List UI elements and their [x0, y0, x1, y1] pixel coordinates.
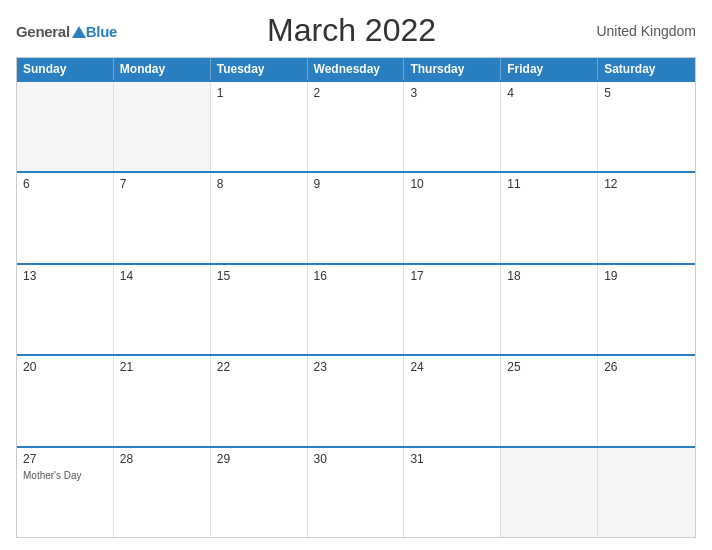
- calendar-cell-5-6: [501, 448, 598, 537]
- calendar-cell-4-2: 21: [114, 356, 211, 445]
- weekday-monday: Monday: [114, 58, 211, 80]
- day-number: 19: [604, 269, 689, 283]
- weekday-friday: Friday: [501, 58, 598, 80]
- logo: General Blue: [16, 22, 117, 40]
- calendar-cell-3-1: 13: [17, 265, 114, 354]
- day-number: 21: [120, 360, 204, 374]
- calendar-cell-5-1: 27Mother's Day: [17, 448, 114, 537]
- calendar-row-1: 12345: [17, 80, 695, 171]
- day-number: 1: [217, 86, 301, 100]
- calendar-cell-3-5: 17: [404, 265, 501, 354]
- logo-triangle-icon: [72, 26, 86, 38]
- day-number: 6: [23, 177, 107, 191]
- logo-general-text: General: [16, 23, 70, 40]
- calendar-cell-5-7: [598, 448, 695, 537]
- day-number: 17: [410, 269, 494, 283]
- calendar-cell-5-5: 31: [404, 448, 501, 537]
- calendar-cell-2-6: 11: [501, 173, 598, 262]
- day-number: 27: [23, 452, 107, 466]
- calendar-cell-1-5: 3: [404, 82, 501, 171]
- calendar-cell-4-3: 22: [211, 356, 308, 445]
- calendar-cell-2-4: 9: [308, 173, 405, 262]
- calendar-row-2: 6789101112: [17, 171, 695, 262]
- day-number: 25: [507, 360, 591, 374]
- day-number: 14: [120, 269, 204, 283]
- day-number: 4: [507, 86, 591, 100]
- calendar-cell-1-2: [114, 82, 211, 171]
- calendar-cell-5-3: 29: [211, 448, 308, 537]
- calendar-cell-4-7: 26: [598, 356, 695, 445]
- calendar-row-3: 13141516171819: [17, 263, 695, 354]
- day-number: 26: [604, 360, 689, 374]
- calendar-cell-4-4: 23: [308, 356, 405, 445]
- logo-blue-text: Blue: [86, 23, 117, 40]
- day-number: 8: [217, 177, 301, 191]
- day-number: 12: [604, 177, 689, 191]
- calendar-cell-5-2: 28: [114, 448, 211, 537]
- calendar-body: 1234567891011121314151617181920212223242…: [17, 80, 695, 537]
- day-number: 9: [314, 177, 398, 191]
- calendar-cell-1-4: 2: [308, 82, 405, 171]
- calendar-cell-3-7: 19: [598, 265, 695, 354]
- day-number: 10: [410, 177, 494, 191]
- calendar-cell-3-6: 18: [501, 265, 598, 354]
- weekday-saturday: Saturday: [598, 58, 695, 80]
- calendar-cell-2-3: 8: [211, 173, 308, 262]
- calendar-title: March 2022: [117, 12, 586, 49]
- day-number: 15: [217, 269, 301, 283]
- weekday-tuesday: Tuesday: [211, 58, 308, 80]
- day-number: 3: [410, 86, 494, 100]
- calendar-cell-3-3: 15: [211, 265, 308, 354]
- day-number: 24: [410, 360, 494, 374]
- calendar-cell-1-6: 4: [501, 82, 598, 171]
- calendar-cell-1-7: 5: [598, 82, 695, 171]
- calendar-page: General Blue March 2022 United Kingdom S…: [0, 0, 712, 550]
- calendar-cell-2-5: 10: [404, 173, 501, 262]
- day-number: 23: [314, 360, 398, 374]
- calendar-cell-2-7: 12: [598, 173, 695, 262]
- calendar-cell-5-4: 30: [308, 448, 405, 537]
- calendar-cell-4-1: 20: [17, 356, 114, 445]
- calendar: Sunday Monday Tuesday Wednesday Thursday…: [16, 57, 696, 538]
- day-number: 13: [23, 269, 107, 283]
- weekday-wednesday: Wednesday: [308, 58, 405, 80]
- calendar-cell-4-5: 24: [404, 356, 501, 445]
- calendar-cell-1-3: 1: [211, 82, 308, 171]
- holiday-label: Mother's Day: [23, 470, 107, 481]
- day-number: 30: [314, 452, 398, 466]
- day-number: 22: [217, 360, 301, 374]
- day-number: 31: [410, 452, 494, 466]
- calendar-cell-1-1: [17, 82, 114, 171]
- day-number: 29: [217, 452, 301, 466]
- day-number: 20: [23, 360, 107, 374]
- day-number: 28: [120, 452, 204, 466]
- weekday-thursday: Thursday: [404, 58, 501, 80]
- calendar-cell-3-4: 16: [308, 265, 405, 354]
- calendar-header: Sunday Monday Tuesday Wednesday Thursday…: [17, 58, 695, 80]
- header: General Blue March 2022 United Kingdom: [16, 12, 696, 49]
- day-number: 5: [604, 86, 689, 100]
- calendar-cell-2-2: 7: [114, 173, 211, 262]
- day-number: 18: [507, 269, 591, 283]
- region-label: United Kingdom: [586, 23, 696, 39]
- calendar-cell-3-2: 14: [114, 265, 211, 354]
- calendar-cell-4-6: 25: [501, 356, 598, 445]
- day-number: 2: [314, 86, 398, 100]
- calendar-row-5: 27Mother's Day28293031: [17, 446, 695, 537]
- calendar-cell-2-1: 6: [17, 173, 114, 262]
- day-number: 16: [314, 269, 398, 283]
- weekday-sunday: Sunday: [17, 58, 114, 80]
- calendar-row-4: 20212223242526: [17, 354, 695, 445]
- day-number: 11: [507, 177, 591, 191]
- day-number: 7: [120, 177, 204, 191]
